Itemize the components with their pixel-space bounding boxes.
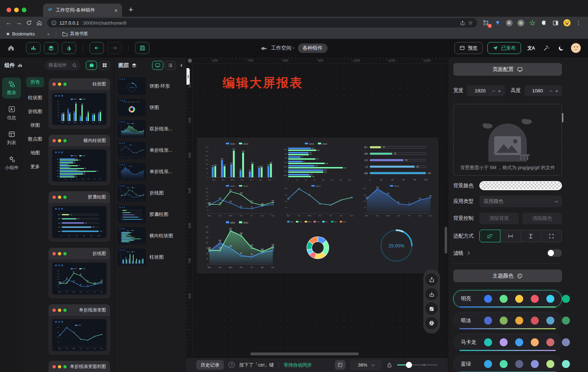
extensions-puzzle-icon[interactable] bbox=[540, 19, 547, 26]
filter-toggle[interactable] bbox=[547, 249, 562, 257]
height-stepper[interactable]: 1080−+ bbox=[524, 85, 562, 96]
browser-tab[interactable]: 工作空间-各种组件 × bbox=[43, 4, 122, 17]
address-bar[interactable]: 127.0.0.1:3000/#/chart/home/9 ☆ bbox=[47, 18, 477, 28]
chart-gradient-area-line[interactable]: data1050100150200MonTueWedThuFriSatSun12… bbox=[358, 184, 435, 217]
category-item[interactable]: 散点图 bbox=[28, 136, 42, 142]
forward-button[interactable]: → bbox=[14, 20, 24, 26]
back-button[interactable]: ← bbox=[4, 20, 14, 26]
theme-color-dot[interactable] bbox=[484, 360, 492, 368]
extension-grid-icon[interactable]: 9 bbox=[482, 19, 490, 26]
rail-tab-2[interactable]: 列表 bbox=[2, 128, 21, 149]
extension-star-icon[interactable] bbox=[529, 19, 536, 26]
theme-color-dot[interactable] bbox=[562, 317, 570, 325]
layer-item[interactable]: data1050100150200MonTueWedThuFriSatSun 单… bbox=[118, 142, 183, 159]
site-info-icon[interactable] bbox=[51, 20, 56, 25]
background-upload-dropzone[interactable]: 背景图需小于 5M ，格式为 png/jpg/gif 的文件 bbox=[453, 104, 562, 176]
profile-avatar[interactable] bbox=[563, 19, 571, 26]
category-item[interactable]: 饼图 bbox=[30, 122, 40, 129]
theme-color-dot[interactable] bbox=[500, 295, 508, 303]
home-button[interactable] bbox=[34, 20, 44, 26]
chart-progress-ring[interactable]: 25.00% bbox=[358, 220, 435, 270]
layer-item[interactable]: data1data2050100150200250300350Mon120130… bbox=[118, 227, 183, 244]
import-button[interactable] bbox=[425, 288, 438, 300]
theme-color-dot[interactable] bbox=[562, 360, 570, 368]
dark-mode-moon-icon[interactable] bbox=[558, 45, 564, 51]
lock-icon[interactable] bbox=[387, 362, 392, 368]
theme-color-dot[interactable] bbox=[546, 317, 554, 325]
browser-menu-icon[interactable]: ⋮ bbox=[575, 19, 582, 26]
component-card[interactable]: 横向柱状图 data1data2050100150200250300350Mon… bbox=[49, 135, 110, 185]
publish-button[interactable]: 已发布 bbox=[487, 42, 521, 54]
decrease-icon[interactable]: − bbox=[492, 88, 495, 94]
tab-close-icon[interactable]: × bbox=[114, 7, 118, 13]
reload-button[interactable] bbox=[24, 20, 34, 26]
view-toggle-grid[interactable] bbox=[99, 61, 110, 70]
theme-color-dot[interactable] bbox=[484, 338, 492, 346]
new-tab-button[interactable]: + bbox=[129, 6, 133, 14]
increase-icon[interactable]: + bbox=[555, 88, 558, 94]
theme-color-dot[interactable] bbox=[500, 317, 508, 325]
undo-button[interactable] bbox=[89, 42, 104, 54]
search-input[interactable]: 搜索组件 bbox=[45, 60, 80, 70]
layers-panel-button[interactable] bbox=[44, 42, 58, 54]
bookmarks-root[interactable]: ★Bookmarks bbox=[6, 31, 35, 37]
page-config-header[interactable]: 页面配置 bbox=[453, 63, 562, 76]
horizontal-scrollbar[interactable] bbox=[250, 352, 359, 355]
bookmark-star-icon[interactable]: ☆ bbox=[468, 20, 473, 26]
category-item[interactable]: 地图 bbox=[30, 150, 40, 156]
apply-type-select[interactable]: 应用颜色 bbox=[479, 196, 562, 207]
theme-color-dot[interactable] bbox=[515, 338, 523, 346]
home-icon[interactable] bbox=[7, 44, 15, 52]
decrease-icon[interactable]: − bbox=[549, 88, 553, 94]
layer-item[interactable]: 厦门20南阳40北京60上海80新疆100020406080100 胶囊柱图 bbox=[118, 206, 183, 223]
category-item[interactable]: 柱状图 bbox=[28, 95, 42, 101]
theme-color-dot[interactable] bbox=[562, 295, 570, 303]
category-item[interactable]: 更多 bbox=[30, 163, 40, 170]
theme-color-dot[interactable] bbox=[562, 338, 570, 346]
save-button[interactable] bbox=[135, 42, 150, 54]
component-card[interactable]: 胶囊柱图 厦门20南阳40北京60上海80新疆100020406080100 bbox=[49, 191, 110, 242]
charts-panel-button[interactable] bbox=[26, 42, 41, 54]
extension-circle-icon[interactable] bbox=[517, 19, 524, 26]
layer-item[interactable]: data1data2050100150200250300350Mon120130… bbox=[118, 248, 183, 266]
layer-item[interactable]: 25.00% 饼图-环形 bbox=[118, 78, 183, 95]
chart-pie-donut[interactable]: MonTueWedThuFriSatSun bbox=[280, 220, 356, 270]
chart-capsule[interactable]: 厦门20南阳40北京60上海80新疆100020406080100 bbox=[358, 141, 435, 182]
layer-item[interactable]: data1data2050100150200250300350MonTueWed… bbox=[118, 184, 183, 202]
fit-width-button[interactable] bbox=[500, 230, 521, 242]
layer-item[interactable]: MonTueWedThuFriSatSun 饼图 bbox=[118, 99, 183, 116]
bg-color-swatch[interactable] bbox=[479, 181, 562, 190]
fit-scale-button[interactable] bbox=[479, 230, 500, 242]
component-card[interactable]: 单折线渐变图 data1050100150200MonTueWedThuFriS… bbox=[49, 304, 110, 355]
component-card[interactable]: 单折线渐变面积图 data1050100150200MonTueWedThuFr… bbox=[49, 361, 110, 372]
redo-button[interactable] bbox=[107, 42, 122, 54]
theme-color-header[interactable]: 主题颜色 bbox=[453, 269, 562, 282]
theme-color-dot[interactable] bbox=[515, 360, 523, 368]
filter-panel-button[interactable] bbox=[62, 42, 76, 54]
chart-horizontal-bar[interactable]: data1data2050100150200250300350Mon120130… bbox=[280, 141, 356, 182]
other-bookmarks[interactable]: 其他书签 bbox=[62, 31, 88, 37]
history-button[interactable]: 历史记录 bbox=[196, 360, 224, 370]
sidebar-toggle-icon[interactable] bbox=[552, 19, 559, 26]
theme-color-dot[interactable] bbox=[546, 360, 554, 368]
clear-background-button[interactable]: 清除背景 bbox=[479, 213, 519, 224]
theme-row[interactable]: 暗淡 bbox=[453, 312, 562, 329]
theme-color-dot[interactable] bbox=[515, 295, 523, 303]
clear-color-button[interactable]: 清除颜色 bbox=[522, 213, 562, 224]
theme-color-dot[interactable] bbox=[531, 338, 539, 346]
component-card[interactable]: 折线图 data1data2050100150200250300350MonTu… bbox=[49, 248, 110, 298]
window-minimize-button[interactable] bbox=[14, 8, 19, 12]
fit-stretch-button[interactable] bbox=[541, 230, 562, 242]
rail-tab-0[interactable]: 图表 bbox=[2, 78, 21, 99]
width-stepper[interactable]: 1920−+ bbox=[467, 85, 505, 96]
fit-height-button[interactable] bbox=[521, 230, 542, 242]
category-item[interactable]: 折线图 bbox=[28, 108, 42, 115]
theme-color-dot[interactable] bbox=[546, 338, 554, 346]
rail-tab-3[interactable]: 小组件 bbox=[2, 152, 21, 174]
chart-dual-area-line[interactable]: data1data2050100150200250300350MonTueWed… bbox=[201, 220, 277, 270]
help-icon[interactable]: ? bbox=[228, 362, 235, 368]
chart-dual-line[interactable]: data1data2050100150200250300350MonTueWed… bbox=[201, 184, 277, 217]
zoom-slider[interactable] bbox=[397, 362, 438, 368]
theme-color-dot[interactable] bbox=[484, 295, 492, 303]
settings-gear-icon[interactable] bbox=[425, 317, 438, 329]
